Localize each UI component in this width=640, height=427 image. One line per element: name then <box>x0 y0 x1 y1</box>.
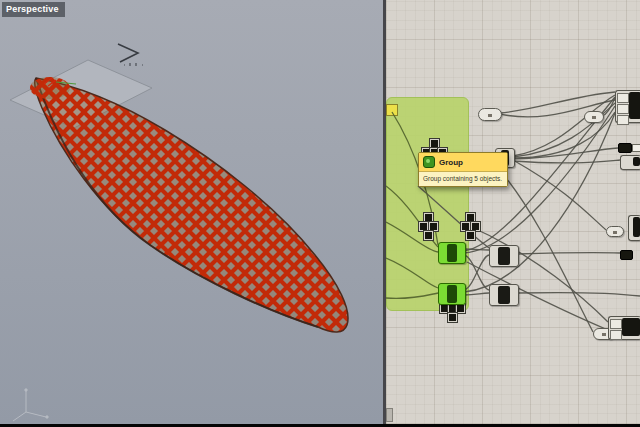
tooltip-title: Group <box>439 158 463 167</box>
component-bottom-right[interactable] <box>608 316 640 340</box>
component-receiver-2[interactable] <box>489 284 519 306</box>
group-icon <box>423 156 435 168</box>
component-receiver-1[interactable] <box>489 245 519 267</box>
group-region[interactable] <box>386 97 469 311</box>
component-right-mid[interactable] <box>620 155 640 170</box>
canvas-scroll-nub[interactable] <box>386 408 393 422</box>
value-tag[interactable] <box>620 250 633 260</box>
number-slider-name-tag[interactable] <box>618 143 632 153</box>
param-capsule-right[interactable] <box>606 226 624 237</box>
curve-annotation <box>118 44 143 66</box>
component-right-top[interactable] <box>615 90 640 123</box>
param-capsule-top[interactable] <box>478 108 502 121</box>
viewport-title-perspective[interactable]: Perspective <box>2 2 65 17</box>
selected-component-2[interactable] <box>438 283 466 305</box>
grasshopper-canvas[interactable]: Group Group containing 5 objects. <box>386 0 640 424</box>
number-slider-track[interactable] <box>632 144 640 152</box>
rhino-viewport[interactable]: Perspective <box>0 0 384 424</box>
tooltip: Group Group containing 5 objects. <box>418 152 508 187</box>
lattice-model <box>30 77 348 332</box>
component-right-edge[interactable] <box>628 215 640 241</box>
panel-edge-tag[interactable] <box>386 104 398 116</box>
model-3d-view <box>0 0 384 424</box>
view-axis-icon <box>13 389 48 421</box>
selected-component-1[interactable] <box>438 242 466 264</box>
app-window: Perspective <box>0 0 640 427</box>
param-capsule-mid[interactable] <box>584 111 604 123</box>
tooltip-body: Group containing 5 objects. <box>419 172 507 186</box>
